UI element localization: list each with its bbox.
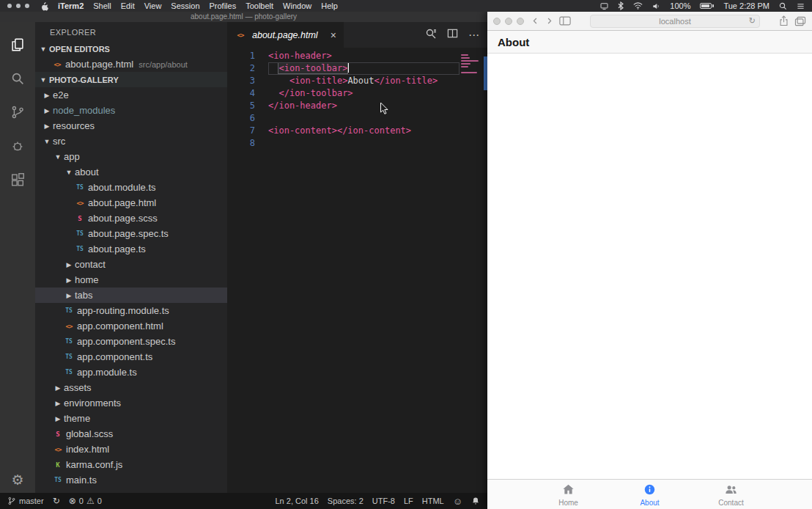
explorer-icon[interactable] [0, 28, 35, 62]
menu-toolbelt[interactable]: Toolbelt [246, 1, 273, 10]
notification-center-icon[interactable] [797, 2, 805, 10]
folder-src[interactable]: ▼src [35, 133, 227, 149]
folder-theme[interactable]: ▶theme [35, 411, 227, 426]
problems-indicator[interactable]: ⊗ 0 ⚠ 0 [69, 497, 102, 505]
code-line-5[interactable]: 5</ion-header> [227, 100, 487, 112]
file-app.component.spec.ts[interactable]: TSapp.component.spec.ts [35, 334, 227, 349]
menu-shell[interactable]: Shell [93, 1, 111, 10]
display-status-icon[interactable] [600, 2, 608, 10]
tab-button-contact[interactable]: Contact [690, 480, 772, 509]
menu-view[interactable]: View [144, 1, 162, 10]
menu-session[interactable]: Session [171, 1, 199, 10]
reload-icon[interactable]: ↻ [749, 16, 756, 26]
folder-environments[interactable]: ▶environments [35, 395, 227, 411]
split-editor-icon[interactable] [447, 28, 458, 42]
status-language-mode[interactable]: HTML [422, 497, 444, 505]
code-line-2[interactable]: 2 <ion-toolbar> [227, 62, 487, 75]
code-line-1[interactable]: 1<ion-header> [227, 50, 487, 62]
forward-button[interactable] [545, 16, 553, 26]
file-about.page.html[interactable]: <>about.page.html [35, 195, 227, 210]
code-text: </ion-toolbar> [268, 87, 353, 100]
menu-profiles[interactable]: Profiles [210, 1, 237, 10]
line-number: 8 [227, 137, 255, 150]
minimap-line [461, 54, 468, 56]
battery-icon[interactable] [700, 3, 714, 9]
status-eol[interactable]: LF [404, 497, 413, 505]
menu-edit[interactable]: Edit [121, 1, 135, 10]
folder-tabs[interactable]: ▶tabs [35, 288, 227, 303]
code-editor[interactable]: 1<ion-header>2 <ion-toolbar>3 <ion-title… [227, 48, 487, 493]
close-window-dot[interactable] [493, 18, 501, 25]
code-line-3[interactable]: 3 <ion-title>About</ion-title> [227, 75, 487, 87]
file-about.page.scss[interactable]: Sabout.page.scss [35, 210, 227, 226]
file-global.scss[interactable]: Sglobal.scss [35, 426, 227, 442]
code-line-4[interactable]: 4 </ion-toolbar> [227, 87, 487, 100]
tab-button-home[interactable]: Home [528, 480, 609, 509]
bluetooth-status-icon[interactable] [618, 1, 624, 10]
zoom-window-dot[interactable] [517, 18, 524, 25]
close-tab-icon[interactable]: × [331, 29, 336, 41]
menu-help[interactable]: Help [321, 1, 338, 10]
zoom-window-dot[interactable] [25, 4, 29, 8]
back-button[interactable] [531, 16, 539, 26]
sync-changes-icon[interactable]: ↻ [53, 497, 60, 505]
settings-gear-icon[interactable]: ⚙ [11, 473, 23, 487]
tab-about-page-html[interactable]: <> about.page.html × [227, 22, 344, 48]
code-line-7[interactable]: 7<ion-content></ion-content> [227, 125, 487, 137]
volume-status-icon[interactable] [652, 2, 660, 10]
folder-node_modules[interactable]: ▶node_modules [35, 103, 227, 118]
sidebar-toggle-icon[interactable] [559, 16, 571, 26]
status-cursor-position[interactable]: Ln 2, Col 16 [276, 497, 319, 505]
search-icon[interactable] [0, 62, 35, 95]
open-editor-item[interactable]: <> about.page.html src/app/about [35, 56, 227, 72]
status-indentation[interactable]: Spaces: 2 [328, 497, 363, 505]
menu-bar-clock[interactable]: Tue 2:28 PM [723, 1, 769, 10]
minimize-window-dot[interactable] [505, 18, 512, 25]
wifi-status-icon[interactable] [633, 2, 643, 10]
feedback-smiley-icon[interactable]: ☺ [453, 497, 462, 506]
vscode-title-bar[interactable]: about.page.html — photo-gallery [0, 12, 487, 22]
file-karma.conf.js[interactable]: Kkarma.conf.js [35, 457, 227, 472]
spotlight-icon[interactable] [779, 2, 787, 10]
file-app.component.ts[interactable]: TSapp.component.ts [35, 349, 227, 365]
source-control-icon[interactable] [0, 95, 35, 129]
tab-button-about[interactable]: About [609, 480, 690, 509]
share-icon[interactable] [779, 15, 789, 26]
file-about.page.ts[interactable]: TSabout.page.ts [35, 241, 227, 257]
ts-file-icon: TS [74, 243, 86, 254]
file-about.page.spec.ts[interactable]: TSabout.page.spec.ts [35, 226, 227, 241]
battery-percentage[interactable]: 100% [670, 1, 690, 10]
menu-window[interactable]: Window [283, 1, 311, 10]
folder-resources[interactable]: ▶resources [35, 118, 227, 133]
folder-contact[interactable]: ▶contact [35, 257, 227, 272]
folder-home[interactable]: ▶home [35, 272, 227, 288]
open-changes-icon[interactable] [425, 28, 437, 43]
menu-iterm2[interactable]: iTerm2 [58, 1, 84, 10]
folder-assets[interactable]: ▶assets [35, 380, 227, 395]
project-section[interactable]: ▼ PHOTO-GALLERY [35, 72, 227, 87]
folder-e2e[interactable]: ▶e2e [35, 87, 227, 103]
minimize-window-dot[interactable] [16, 4, 21, 8]
extensions-icon[interactable] [0, 163, 35, 197]
file-index.html[interactable]: <>index.html [35, 442, 227, 457]
open-editors-section[interactable]: ▼ OPEN EDITORS [35, 41, 227, 56]
status-encoding[interactable]: UTF-8 [372, 497, 395, 505]
file-app-routing.module.ts[interactable]: TSapp-routing.module.ts [35, 303, 227, 318]
more-actions-icon[interactable]: ⋯ [468, 29, 480, 40]
close-window-dot[interactable] [7, 4, 12, 8]
debug-icon[interactable] [0, 129, 35, 163]
file-app.module.ts[interactable]: TSapp.module.ts [35, 365, 227, 380]
code-line-6[interactable]: 6 [227, 112, 487, 125]
file-app.component.html[interactable]: <>app.component.html [35, 318, 227, 334]
file-about.module.ts[interactable]: TSabout.module.ts [35, 180, 227, 195]
address-bar[interactable]: localhost ↻ [590, 15, 760, 28]
folder-about[interactable]: ▼about [35, 164, 227, 180]
code-line-8[interactable]: 8 [227, 137, 487, 150]
minimap[interactable] [461, 54, 480, 78]
apple-menu-icon[interactable] [40, 1, 48, 11]
file-main.ts[interactable]: TSmain.ts [35, 472, 227, 488]
folder-app[interactable]: ▼app [35, 149, 227, 164]
tab-overview-icon[interactable] [794, 16, 806, 26]
git-branch-indicator[interactable]: master [7, 497, 44, 505]
notifications-bell-icon[interactable] [471, 497, 480, 505]
